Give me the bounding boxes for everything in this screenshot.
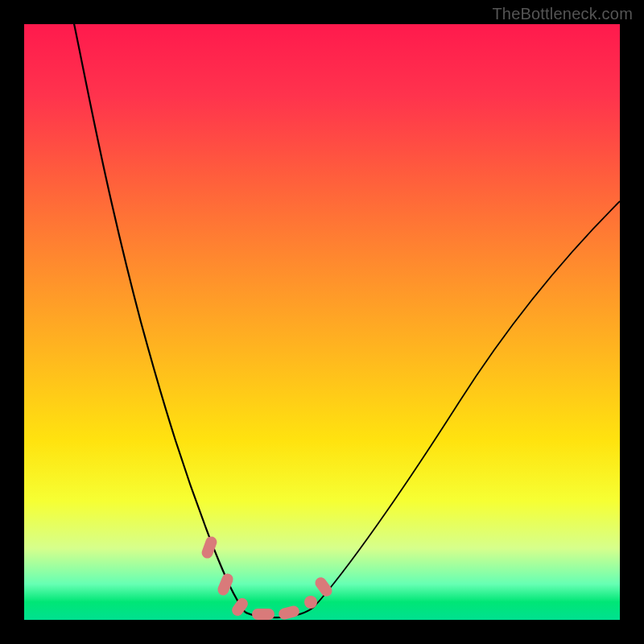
curve-marker xyxy=(229,596,250,618)
curve-marker xyxy=(216,572,234,597)
curve-marker xyxy=(200,535,219,559)
watermark-text: TheBottleneck.com xyxy=(492,5,633,23)
chart-plot-area xyxy=(24,24,620,620)
chart-frame: TheBottleneck.com xyxy=(0,0,644,644)
curve-marker xyxy=(304,596,317,609)
curve-marker xyxy=(252,609,275,620)
chart-svg xyxy=(24,24,620,620)
curve-marker xyxy=(278,605,301,620)
curve-left xyxy=(72,24,245,612)
curve-right xyxy=(314,201,620,607)
